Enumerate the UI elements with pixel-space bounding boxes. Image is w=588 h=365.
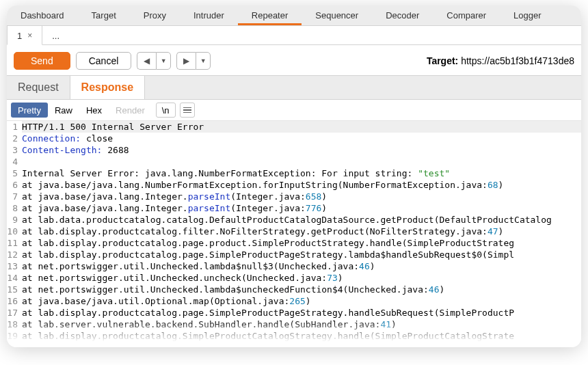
- line-number: 3: [7, 144, 22, 156]
- code-line: 18at lab.server.vulnerable.backend.SubHa…: [7, 319, 581, 330]
- history-back-button[interactable]: ◀: [137, 52, 156, 70]
- main-tab-proxy[interactable]: Proxy: [130, 5, 180, 25]
- code-line: 16at java.base/java.util.Optional.map(Op…: [7, 295, 581, 307]
- code-line: 7at java.base/java.lang.Integer.parseInt…: [7, 191, 581, 202]
- chevron-right-icon: ▶: [183, 56, 189, 66]
- code-line: 14at net.portswigger.util.Unchecked.unch…: [7, 272, 581, 284]
- line-text: at lab.display.productcatalog.page.Simpl…: [22, 249, 581, 260]
- target-display: Target: https://ac5b1f3b1f4713de8: [427, 55, 574, 66]
- history-back-dropdown[interactable]: ▼: [156, 52, 171, 70]
- line-number: 10: [7, 226, 22, 237]
- code-line: 13at net.portswigger.util.Unchecked.lamb…: [7, 260, 581, 272]
- cancel-button[interactable]: Cancel: [76, 52, 132, 70]
- line-text: Internal Server Error: java.lang.NumberF…: [22, 167, 581, 179]
- code-line: 10at lab.display.productcatalog.filter.N…: [7, 226, 581, 237]
- line-text: at java.base/java.lang.Integer.parseInt(…: [22, 202, 581, 214]
- line-number: 5: [7, 167, 22, 179]
- main-tabs: DashboardTargetProxyIntruderRepeaterSequ…: [7, 5, 581, 26]
- code-line: 11at lab.display.productcatalog.page.pro…: [7, 237, 581, 249]
- repeater-tab-1-label: 1: [17, 31, 22, 41]
- line-text: at net.portswigger.util.Unchecked.unchec…: [22, 272, 581, 284]
- line-text: at net.portswigger.util.Unchecked.lambda…: [22, 260, 581, 272]
- code-line: 6at java.base/java.lang.NumberFormatExce…: [7, 179, 581, 191]
- line-number: 7: [7, 191, 22, 202]
- history-back-group: ◀ ▼: [137, 52, 171, 70]
- line-text: at lab.data.productcatalog.catalog.Defau…: [22, 214, 581, 226]
- line-text: Content-Length: 2688: [22, 144, 581, 156]
- line-number: 18: [7, 319, 22, 330]
- action-row: Send Cancel ◀ ▼ ▶ ▼ Target: https://ac5b…: [7, 45, 581, 75]
- hamburger-icon[interactable]: [180, 103, 195, 118]
- main-tab-sequencer[interactable]: Sequencer: [302, 5, 372, 25]
- line-text: at lab.server.vulnerable.backend.SubHand…: [22, 319, 581, 330]
- line-text: at net.portswigger.util.Unchecked.lambda…: [22, 284, 581, 295]
- tab-request[interactable]: Request: [7, 76, 70, 99]
- code-line: 4: [7, 156, 581, 167]
- code-line: 8at java.base/java.lang.Integer.parseInt…: [7, 202, 581, 214]
- line-text: at lab.display.productcatalog.page.produ…: [22, 237, 581, 249]
- history-fwd-button[interactable]: ▶: [176, 52, 196, 70]
- main-tab-comparer[interactable]: Comparer: [433, 5, 500, 25]
- send-button[interactable]: Send: [14, 52, 70, 70]
- main-tab-decoder[interactable]: Decoder: [372, 5, 433, 25]
- view-raw[interactable]: Raw: [48, 103, 79, 118]
- main-tab-dashboard[interactable]: Dashboard: [7, 5, 78, 25]
- main-tab-intruder[interactable]: Intruder: [180, 5, 238, 25]
- repeater-subtabs: 1 × ...: [7, 26, 581, 45]
- line-text: at lab.display.productcatalog.page.Simpl…: [22, 307, 581, 319]
- repeater-tab-more-label: ...: [52, 31, 59, 41]
- line-number: 19: [7, 330, 22, 342]
- line-number: 1: [7, 121, 22, 133]
- target-label: Target:: [427, 55, 461, 66]
- line-text: HTTP/1.1 500 Internal Server Error: [22, 121, 581, 133]
- line-number: 11: [7, 237, 22, 249]
- line-number: 4: [7, 156, 22, 167]
- line-text: [22, 156, 581, 167]
- repeater-tab-more[interactable]: ...: [42, 26, 69, 44]
- line-text: Connection: close: [22, 133, 581, 144]
- chevron-left-icon: ◀: [144, 56, 150, 66]
- main-tab-target[interactable]: Target: [78, 5, 130, 25]
- main-tab-logger[interactable]: Logger: [500, 5, 554, 25]
- line-text: at lab.display.productcatalog.filter.NoF…: [22, 226, 581, 237]
- code-line: 3Content-Length: 2688: [7, 144, 581, 156]
- line-number: 8: [7, 202, 22, 214]
- line-number: 17: [7, 307, 22, 319]
- line-number: 16: [7, 295, 22, 307]
- close-icon[interactable]: ×: [27, 31, 32, 40]
- view-newline-toggle[interactable]: \n: [156, 103, 176, 118]
- tab-response[interactable]: Response: [70, 76, 145, 99]
- line-text: at java.base/java.lang.Integer.parseInt(…: [22, 191, 581, 202]
- line-number: 9: [7, 214, 22, 226]
- line-text: at lab.display.productcatalog.SimpleProd…: [22, 330, 581, 342]
- line-number: 2: [7, 133, 22, 144]
- line-text: at java.base/java.lang.NumberFormatExcep…: [22, 179, 581, 191]
- code-line: 17at lab.display.productcatalog.page.Sim…: [7, 307, 581, 319]
- target-value: https://ac5b1f3b1f4713de8: [461, 55, 574, 66]
- line-number: 15: [7, 284, 22, 295]
- request-response-tabs: Request Response: [7, 75, 581, 100]
- response-body-pane[interactable]: 1HTTP/1.1 500 Internal Server Error2Conn…: [7, 121, 581, 347]
- repeater-tab-1[interactable]: 1 ×: [7, 26, 42, 45]
- line-number: 6: [7, 179, 22, 191]
- app-window: DashboardTargetProxyIntruderRepeaterSequ…: [7, 5, 581, 347]
- code-line: 12at lab.display.productcatalog.page.Sim…: [7, 249, 581, 260]
- view-hex[interactable]: Hex: [79, 103, 109, 118]
- code-line: 5Internal Server Error: java.lang.Number…: [7, 167, 581, 179]
- history-fwd-group: ▶ ▼: [176, 52, 211, 70]
- chevron-down-icon: ▼: [161, 57, 167, 64]
- view-pretty[interactable]: Pretty: [11, 103, 48, 118]
- line-number: 14: [7, 272, 22, 284]
- view-strip: Pretty Raw Hex Render \n: [7, 100, 581, 121]
- line-number: 12: [7, 249, 22, 260]
- code-line: 1HTTP/1.1 500 Internal Server Error: [7, 121, 581, 133]
- main-tab-repeater[interactable]: Repeater: [238, 5, 302, 25]
- history-fwd-dropdown[interactable]: ▼: [196, 52, 211, 70]
- chevron-down-icon: ▼: [200, 57, 206, 64]
- view-render[interactable]: Render: [109, 103, 152, 118]
- code-line: 15at net.portswigger.util.Unchecked.lamb…: [7, 284, 581, 295]
- code-line: 2Connection: close: [7, 133, 581, 144]
- code-line: 19at lab.display.productcatalog.SimplePr…: [7, 330, 581, 342]
- line-text: at java.base/java.util.Optional.map(Opti…: [22, 295, 581, 307]
- code-line: 9at lab.data.productcatalog.catalog.Defa…: [7, 214, 581, 226]
